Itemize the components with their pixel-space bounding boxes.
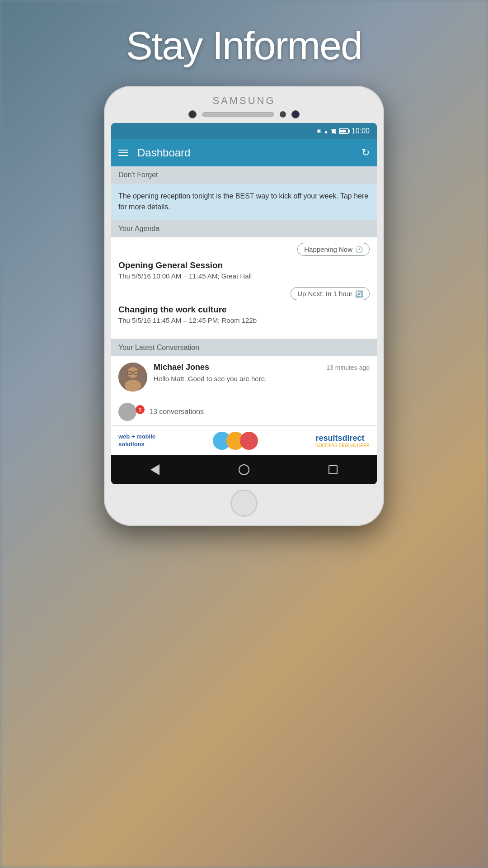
ad-brand-name: resultsdirect [316,434,370,443]
conversation-content: Michael Jones 13 minutes ago Hello Matt.… [154,363,370,382]
wifi-icon: ▴ [324,127,328,135]
unread-badge: 1 [136,405,145,414]
svg-rect-2 [125,380,141,392]
up-next-label: Up Next: In 1 hour [297,290,352,297]
app-title: Dashboard [137,146,361,159]
back-button[interactable] [150,464,160,475]
recents-button[interactable] [328,465,338,474]
samsung-brand: SAMSUNG [111,95,377,107]
more-conversations-row[interactable]: 1 13 conversations [111,398,377,425]
happening-now-label: Happening Now [304,245,352,253]
status-bar: ✸ ▴ ▣ 10:00 [111,123,377,139]
back-camera [291,110,300,118]
conversation-item[interactable]: Michael Jones 13 minutes ago Hello Matt.… [118,363,370,392]
physical-home-button[interactable] [230,490,258,517]
clock-icon: 🕐 [355,246,363,253]
conversation-header: Your Latest Conversation [111,339,377,356]
dont-forget-header: Don't Forget [111,166,377,184]
conversation-time: 13 minutes ago [326,364,370,371]
conversation-meta: Michael Jones 13 minutes ago [154,363,370,372]
more-conversations-label: 13 conversations [149,408,204,416]
refresh-icon[interactable]: ↻ [361,147,370,159]
svg-point-1 [127,367,138,378]
ad-circle-red [240,432,258,450]
agenda-header-text: Your Agenda [118,225,160,232]
session-2-title: Changing the work culture [118,305,370,315]
ad-brand-block: resultsdirect SUCCESS BEGINS HERE [316,434,370,448]
menu-icon[interactable] [118,150,128,156]
conversation-header-text: Your Latest Conversation [118,344,199,351]
navigation-bar [111,455,377,484]
phone-hardware-top [111,110,377,118]
ad-left-text: web + mobile solutions [118,433,155,448]
session-item-1[interactable]: Opening General Session Thu 5/5/16 10:00… [118,260,370,280]
dont-forget-text: The opening reception tonight is the BES… [118,191,370,212]
recents-icon [328,465,338,474]
signal-icon: ▣ [330,127,336,135]
content-area: Don't Forget The opening reception tonig… [111,166,377,484]
happening-now-badge-row: Happening Now 🕐 [118,243,370,256]
conversation-body[interactable]: Michael Jones 13 minutes ago Hello Matt.… [111,356,377,398]
home-button[interactable] [239,464,249,475]
hero-title: Stay Informed [0,23,488,69]
dont-forget-body[interactable]: The opening reception tonight is the BES… [111,184,377,220]
agenda-header: Your Agenda [111,220,377,237]
avatar-svg [118,363,147,392]
phone-hardware-bottom [111,490,377,517]
ad-banner[interactable]: web + mobile solutions resultsdirect SUC… [111,426,377,455]
refresh-clock-icon: 🔄 [355,290,363,297]
conversation-message: Hello Matt. Good to see you are here. [154,375,370,382]
more-avatar [118,403,136,421]
home-icon [239,464,249,475]
back-icon [150,464,160,475]
phone-screen: ✸ ▴ ▣ 10:00 [111,123,377,484]
happening-now-badge[interactable]: Happening Now 🕐 [297,243,370,256]
avatar [118,363,147,392]
dont-forget-section[interactable]: Don't Forget The opening reception tonig… [111,166,377,220]
session-1-detail: Thu 5/5/16 10:00 AM – 11:45 AM; Great Ha… [118,272,370,280]
bluetooth-icon: ✸ [316,127,322,135]
session-1-title: Opening General Session [118,260,370,270]
agenda-section: Your Agenda Happening Now 🕐 Openin [111,220,377,339]
ad-circles [213,432,258,450]
dont-forget-header-text: Don't Forget [118,171,158,179]
phone-frame: SAMSUNG ✸ ▴ ▣ [104,86,384,526]
up-next-badge[interactable]: Up Next: In 1 hour 🔄 [291,287,370,300]
status-time: 10:00 [352,127,370,135]
front-camera [188,110,197,118]
status-icons: ✸ ▴ ▣ 10:00 [316,127,370,135]
speaker-grille [202,112,274,117]
agenda-body: Happening Now 🕐 Opening General Session … [111,237,377,339]
conversation-section: Your Latest Conversation [111,339,377,426]
session-item-2[interactable]: Changing the work culture Thu 5/5/16 11:… [118,305,370,324]
up-next-badge-row: Up Next: In 1 hour 🔄 [118,287,370,300]
ad-tagline: SUCCESS BEGINS HERE [316,443,370,448]
ad-web-mobile: web + mobile solutions [118,433,155,448]
battery-icon [339,128,349,134]
avatar-face [118,363,147,392]
session-2-detail: Thu 5/5/16 11:45 AM – 12:45 PM; Room 122… [118,316,370,324]
sensor [280,111,286,118]
conversation-person-name: Michael Jones [154,363,209,372]
app-bar: Dashboard ↻ [111,139,377,166]
